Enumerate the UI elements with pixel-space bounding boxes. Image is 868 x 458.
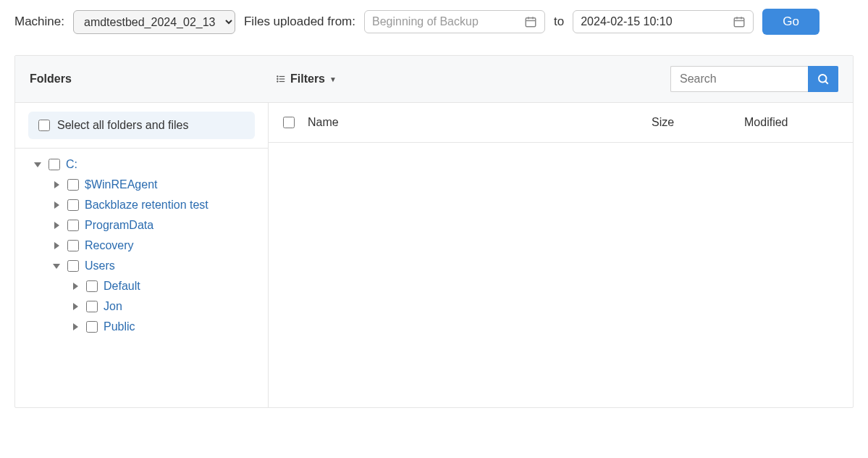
tree-checkbox[interactable] (49, 159, 60, 170)
filters-label: Filters (290, 72, 325, 86)
select-all-files-checkbox[interactable] (283, 117, 295, 128)
tree-toggle[interactable] (70, 281, 80, 291)
calendar-icon (733, 15, 746, 28)
tree-toggle[interactable] (51, 200, 62, 210)
svg-point-13 (277, 81, 278, 82)
column-header-modified[interactable]: Modified (744, 116, 838, 129)
filters-toggle[interactable]: Filters ▼ (276, 72, 337, 86)
svg-rect-0 (526, 18, 536, 27)
tree-row-winreagent: $WinREAgent (22, 175, 261, 195)
folder-tree: C: $WinREAgent Backblaze retenti (15, 149, 268, 351)
date-from-field[interactable] (364, 10, 545, 33)
triangle-right-icon (72, 303, 79, 310)
tree-row-programdata: ProgramData (22, 215, 261, 236)
tree-row-c: C: (22, 154, 261, 175)
select-all-row: Select all folders and files (15, 103, 268, 148)
top-filter-bar: Machine: amdtestbed_2024_02_13 Files upl… (14, 9, 854, 35)
svg-marker-20 (54, 242, 59, 249)
tree-checkbox[interactable] (67, 179, 79, 191)
folder-link[interactable]: Recovery (85, 239, 134, 252)
search-button[interactable] (808, 66, 838, 92)
folder-link[interactable]: Default (104, 280, 140, 293)
chevron-down-icon: ▼ (329, 75, 337, 83)
tree-checkbox[interactable] (67, 220, 79, 231)
machine-label: Machine: (14, 14, 64, 29)
column-header-name[interactable]: Name (308, 116, 639, 129)
calendar-icon (524, 15, 537, 28)
svg-point-14 (819, 75, 827, 83)
file-table-header: Name Size Modified (269, 103, 853, 142)
select-all-checkbox[interactable] (38, 120, 50, 131)
folders-heading: Folders (30, 72, 261, 86)
tree-checkbox[interactable] (86, 301, 98, 312)
triangle-right-icon (72, 283, 79, 290)
folder-link[interactable]: Users (85, 259, 115, 272)
tree-toggle[interactable] (70, 322, 80, 332)
select-all-pill[interactable]: Select all folders and files (28, 112, 255, 139)
triangle-down-icon (53, 262, 60, 270)
folder-link[interactable]: Jon (104, 300, 122, 313)
svg-marker-23 (73, 303, 78, 310)
go-button[interactable]: Go (762, 9, 819, 35)
svg-marker-17 (54, 181, 59, 188)
svg-marker-16 (34, 162, 41, 167)
svg-marker-22 (73, 283, 78, 290)
panel-body: Select all folders and files C: (15, 103, 853, 407)
tree-row-jon: Jon (22, 296, 261, 317)
date-to-field[interactable] (573, 10, 754, 33)
date-to-input[interactable] (581, 15, 725, 28)
search-input[interactable] (670, 66, 808, 92)
svg-marker-19 (54, 222, 59, 229)
uploaded-from-label: Files uploaded from: (244, 14, 355, 29)
tree-toggle[interactable] (51, 241, 62, 251)
tree-checkbox[interactable] (67, 260, 79, 272)
folder-link[interactable]: ProgramData (85, 219, 153, 232)
svg-point-12 (277, 78, 278, 79)
tree-toggle[interactable] (51, 180, 62, 190)
tree-row-backblaze: Backblaze retention test (22, 195, 261, 215)
machine-select[interactable]: amdtestbed_2024_02_13 (73, 10, 235, 34)
to-label: to (554, 14, 564, 29)
list-icon (276, 74, 286, 84)
search-icon (817, 72, 830, 86)
svg-marker-21 (53, 264, 60, 269)
svg-point-11 (277, 76, 278, 77)
svg-rect-4 (734, 18, 744, 27)
tree-checkbox[interactable] (67, 240, 79, 251)
triangle-right-icon (53, 181, 60, 188)
tree-row-default: Default (22, 276, 261, 296)
tree-checkbox[interactable] (67, 199, 79, 211)
tree-toggle[interactable] (51, 220, 62, 230)
folder-link[interactable]: Public (104, 320, 135, 333)
svg-line-15 (825, 81, 828, 84)
column-header-size[interactable]: Size (652, 116, 731, 129)
triangle-right-icon (53, 242, 60, 249)
triangle-right-icon (72, 323, 79, 330)
tree-row-public: Public (22, 317, 261, 337)
tree-checkbox[interactable] (86, 280, 98, 292)
divider (269, 142, 853, 143)
file-list-column: Name Size Modified (269, 103, 853, 407)
triangle-right-icon (53, 201, 60, 209)
tree-row-recovery: Recovery (22, 236, 261, 256)
triangle-down-icon (34, 161, 41, 168)
browse-panel: Folders Filters ▼ (14, 55, 854, 408)
svg-marker-18 (54, 201, 59, 209)
folder-link[interactable]: Backblaze retention test (85, 199, 208, 212)
tree-toggle[interactable] (33, 159, 43, 170)
search-group (670, 66, 838, 92)
tree-toggle[interactable] (51, 261, 62, 271)
tree-toggle[interactable] (70, 301, 80, 312)
tree-row-users: Users (22, 256, 261, 276)
folder-tree-column: Select all folders and files C: (15, 103, 269, 407)
panel-header: Folders Filters ▼ (15, 56, 853, 103)
svg-marker-24 (73, 323, 78, 330)
triangle-right-icon (53, 222, 60, 229)
tree-checkbox[interactable] (86, 321, 98, 333)
date-from-input[interactable] (372, 15, 517, 28)
select-all-label: Select all folders and files (57, 119, 188, 132)
folder-link[interactable]: C: (66, 158, 77, 171)
folder-link[interactable]: $WinREAgent (85, 178, 158, 191)
